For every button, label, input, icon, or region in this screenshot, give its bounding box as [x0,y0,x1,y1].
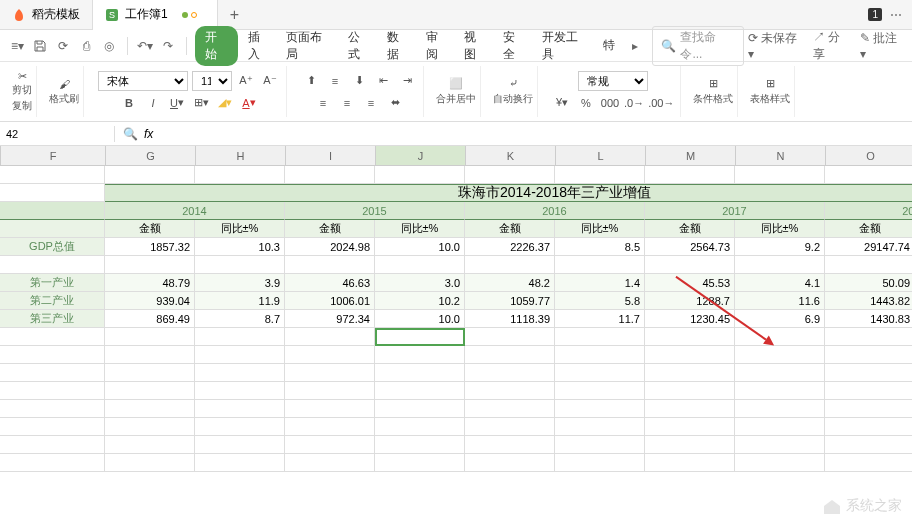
cell[interactable] [375,256,465,274]
cell[interactable] [105,328,195,346]
cell[interactable] [375,436,465,454]
underline-icon[interactable]: U▾ [167,93,187,113]
merge-split-icon[interactable]: ⬌ [385,93,405,113]
cell[interactable] [285,400,375,418]
print-icon[interactable]: ⎙ [77,36,96,56]
cell[interactable] [735,382,825,400]
cell[interactable] [0,418,105,436]
row-label[interactable]: 第三产业 [0,310,105,328]
chevron-right-icon[interactable]: ▸ [625,36,644,56]
cell[interactable] [555,454,645,472]
cell[interactable] [285,166,375,184]
cell[interactable]: 48.79 [105,274,195,292]
align-right-icon[interactable]: ≡ [361,93,381,113]
border-icon[interactable]: ⊞▾ [191,93,211,113]
cell[interactable] [375,364,465,382]
menu-review[interactable]: 审阅 [420,26,455,66]
cell[interactable]: 金额 [465,220,555,238]
cell[interactable]: 4.1 [735,274,825,292]
align-middle-icon[interactable]: ≡ [325,71,345,91]
number-format-select[interactable]: 常规 [578,71,648,91]
cell[interactable]: 869.49 [105,310,195,328]
cell[interactable] [465,364,555,382]
cell[interactable] [555,418,645,436]
cell[interactable] [465,436,555,454]
cell[interactable] [465,382,555,400]
align-left-icon[interactable]: ≡ [313,93,333,113]
cell[interactable] [555,436,645,454]
cell[interactable]: 1443.82 [825,292,912,310]
cell[interactable] [645,418,735,436]
cell[interactable] [195,346,285,364]
cell[interactable] [825,436,912,454]
cell[interactable] [195,256,285,274]
cell[interactable]: 1006.01 [285,292,375,310]
cell[interactable] [105,400,195,418]
decrease-font-icon[interactable]: A⁻ [260,71,280,91]
cell[interactable]: 金额 [285,220,375,238]
cell[interactable]: 11.6 [735,292,825,310]
table-style-icon[interactable]: ⊞ [766,77,775,90]
undo-icon[interactable]: ↶▾ [136,36,155,56]
year-header[interactable]: 2018 [825,202,912,220]
row-label[interactable]: GDP总值 [0,238,105,256]
cell[interactable] [825,382,912,400]
cell[interactable]: 2024.98 [285,238,375,256]
cell[interactable] [285,382,375,400]
percent-icon[interactable]: % [576,93,596,113]
cell[interactable] [195,400,285,418]
cell[interactable] [285,346,375,364]
cell[interactable]: 5.8 [555,292,645,310]
fx-search-icon[interactable]: 🔍 [123,127,138,141]
cell[interactable] [825,364,912,382]
cell[interactable] [555,382,645,400]
cell[interactable]: 金额 [645,220,735,238]
cell[interactable]: 1430.83 [825,310,912,328]
cells-grid[interactable]: 珠海市2014-2018年三产业增值20142015201620172018金额… [0,166,912,472]
cell[interactable] [195,364,285,382]
cell[interactable] [105,364,195,382]
cell[interactable] [0,220,105,238]
unsaved-status[interactable]: ⟳ 未保存 ▾ [748,30,803,61]
cell[interactable] [195,436,285,454]
col-header-F[interactable]: F [1,146,106,165]
cell[interactable] [105,256,195,274]
italic-icon[interactable]: I [143,93,163,113]
cell[interactable]: 8.5 [555,238,645,256]
cell[interactable] [645,166,735,184]
selected-cell[interactable] [375,328,465,346]
cell[interactable] [645,364,735,382]
cell[interactable] [375,382,465,400]
cell[interactable] [195,382,285,400]
cell[interactable] [555,256,645,274]
cell[interactable] [285,364,375,382]
name-box[interactable]: 42 [0,126,115,142]
cell[interactable]: 同比±% [555,220,645,238]
cell[interactable] [285,418,375,436]
brush-icon[interactable]: 🖌 [59,78,70,90]
cell[interactable] [735,436,825,454]
bold-icon[interactable]: B [119,93,139,113]
cell[interactable] [735,346,825,364]
cell[interactable]: 1059.77 [465,292,555,310]
wrap-icon[interactable]: ⤶ [509,77,518,90]
cell[interactable]: 金额 [105,220,195,238]
cell[interactable]: 3.9 [195,274,285,292]
menu-data[interactable]: 数据 [381,26,416,66]
cell[interactable] [0,328,105,346]
merge-icon[interactable]: ⬜ [449,77,463,90]
cell[interactable] [195,454,285,472]
cell[interactable] [0,382,105,400]
row-label[interactable]: 第一产业 [0,274,105,292]
cell[interactable]: 1118.39 [465,310,555,328]
menu-formula[interactable]: 公式 [342,26,377,66]
cell[interactable]: 10.3 [195,238,285,256]
cell[interactable] [555,364,645,382]
annotate-button[interactable]: ✎ 批注 ▾ [860,30,904,61]
cell[interactable] [285,256,375,274]
cell[interactable] [285,328,375,346]
font-name-select[interactable]: 宋体 [98,71,188,91]
cell[interactable]: 同比±% [195,220,285,238]
cell[interactable] [645,436,735,454]
menu-start[interactable]: 开始 [195,26,238,66]
